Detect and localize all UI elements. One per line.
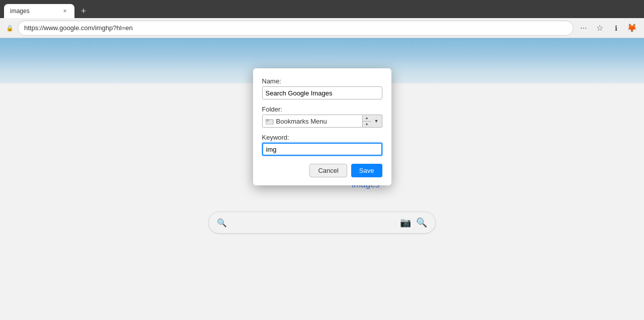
folder-selector[interactable]: Bookmarks Menu [262,115,363,128]
security-icon: 🔒 [6,25,14,32]
name-field: Name: [262,77,382,99]
bookmark-modal: Name: Folder: Bookmarks Menu [253,68,391,185]
url-bar-container[interactable] [18,21,574,36]
keyword-input[interactable] [262,143,382,156]
name-input[interactable] [262,86,382,99]
tab-title: images [10,8,58,15]
info-button[interactable]: ℹ [610,22,622,34]
cancel-button[interactable]: Cancel [309,164,347,177]
folder-icon [266,118,274,125]
url-input[interactable] [24,24,567,32]
folder-value: Bookmarks Menu [276,118,327,125]
folder-field: Folder: Bookmarks Menu ▲ ▼ ▼ [262,105,382,128]
folder-dropdown-button[interactable]: ▼ [371,115,382,128]
new-tab-button[interactable]: + [76,4,91,18]
svg-rect-1 [266,120,269,121]
keyword-label: Keyword: [262,134,382,141]
folder-stepper-down[interactable]: ▼ [363,122,371,128]
modal-buttons: Cancel Save [262,164,382,177]
folder-stepper[interactable]: ▲ ▼ [363,115,372,128]
overflow-menu-button[interactable]: ··· [578,22,590,34]
browser-chrome: images × + [0,0,644,18]
folder-stepper-up[interactable]: ▲ [363,115,371,122]
page-content: G o o g l e images 🔍 📷 🔍 Name: Folder: [0,38,644,320]
bookmark-button[interactable]: ☆ [594,22,606,34]
browser-toolbar: 🔒 ··· ☆ ℹ 🦊 [0,18,644,38]
extension-icon[interactable]: 🦊 [626,22,638,34]
tab-close-button[interactable]: × [61,8,68,15]
save-button[interactable]: Save [351,164,382,177]
name-label: Name: [262,77,382,85]
modal-overlay: Name: Folder: Bookmarks Menu [0,38,644,320]
keyword-field: Keyword: [262,134,382,156]
folder-label: Folder: [262,105,382,113]
active-tab[interactable]: images × [4,4,74,18]
